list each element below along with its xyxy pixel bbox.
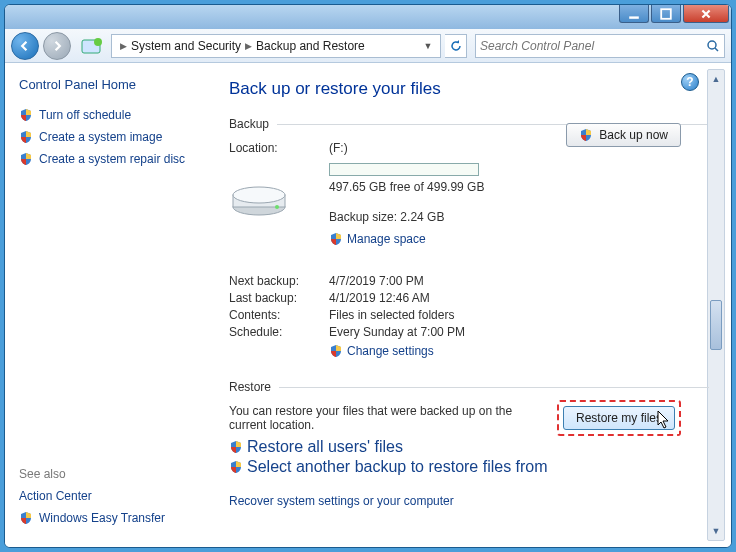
breadcrumb-dropdown[interactable]: ▼ [420,41,436,51]
svg-point-7 [233,187,285,203]
drive-icon [229,179,289,219]
shield-icon [19,152,33,166]
svg-point-3 [94,38,102,46]
space-progress [329,163,479,176]
svg-point-8 [275,205,279,209]
location-label: Location: [229,141,329,161]
last-backup-value: 4/1/2019 12:46 AM [329,291,430,305]
svg-rect-0 [629,16,639,18]
shield-icon [229,460,243,474]
restore-description: You can restore your files that were bac… [229,404,529,432]
main: ? ▲ ▼ Back up or restore your files Back… [219,63,731,547]
see-also-easy-transfer[interactable]: Windows Easy Transfer [19,511,165,525]
sidebar-link-label: Create a system image [39,130,162,144]
page-title: Back up or restore your files [229,79,709,99]
back-button[interactable] [11,32,39,60]
minimize-button[interactable] [619,5,649,23]
contents-label: Contents: [229,308,329,322]
restore-button-highlight: Restore my files [557,400,681,436]
breadcrumb[interactable]: ▶ System and Security ▶ Backup and Resto… [111,34,441,58]
shield-icon [229,440,243,454]
breadcrumb-seg-system[interactable]: System and Security [131,39,241,53]
schedule-label: Schedule: [229,325,329,339]
control-panel-icon [81,37,103,55]
button-label: Back up now [599,128,668,142]
see-also-action-center[interactable]: Action Center [4,489,165,503]
recover-link[interactable]: Recover system settings or your computer [229,494,709,508]
svg-rect-1 [661,9,671,19]
sidebar-link-turn-off[interactable]: Turn off schedule [19,108,205,122]
free-space: 497.65 GB free of 499.99 GB [329,180,709,200]
navbar: ▶ System and Security ▶ Backup and Resto… [5,29,731,63]
manage-space-link[interactable]: Manage space [347,232,426,246]
control-panel-home-link[interactable]: Control Panel Home [19,77,205,92]
scrollbar[interactable]: ▲ ▼ [707,69,725,541]
window: ▶ System and Security ▶ Backup and Resto… [4,4,732,548]
shield-icon [19,108,33,122]
select-another-link[interactable]: Select another backup to restore files f… [247,458,548,476]
scroll-up[interactable]: ▲ [708,70,724,88]
titlebar [5,5,731,29]
link-label: Action Center [19,489,92,503]
shield-icon [19,511,33,525]
change-settings-link[interactable]: Change settings [347,344,434,358]
next-backup-value: 4/7/2019 7:00 PM [329,274,424,288]
sidebar-link-label: Turn off schedule [39,108,131,122]
help-button[interactable]: ? [681,73,699,91]
contents-value: Files in selected folders [329,308,454,322]
backup-size: Backup size: 2.24 GB [329,210,709,230]
link-label: Windows Easy Transfer [39,511,165,525]
content: Control Panel Home Turn off schedule Cre… [5,63,731,547]
chevron-right-icon: ▶ [245,41,252,51]
restore-all-link[interactable]: Restore all users' files [247,438,403,456]
close-button[interactable] [683,5,729,23]
see-also: See also Action Center Windows Easy Tran… [19,467,165,533]
chevron-right-icon: ▶ [120,41,127,51]
last-backup-label: Last backup: [229,291,329,305]
search-icon [706,39,720,53]
shield-icon [329,232,343,246]
schedule-value: Every Sunday at 7:00 PM [329,325,465,339]
search-box[interactable] [475,34,725,58]
restore-header-label: Restore [229,380,271,394]
button-label: Restore my files [576,411,662,425]
sidebar: Control Panel Home Turn off schedule Cre… [5,63,219,547]
sidebar-link-repair-disc[interactable]: Create a system repair disc [19,152,205,166]
shield-icon [579,128,593,142]
scroll-down[interactable]: ▼ [708,522,724,540]
svg-point-4 [708,41,716,49]
sidebar-link-label: Create a system repair disc [39,152,185,166]
sidebar-link-create-image[interactable]: Create a system image [19,130,205,144]
scroll-thumb[interactable] [710,300,722,350]
backup-header-label: Backup [229,117,269,131]
next-backup-label: Next backup: [229,274,329,288]
shield-icon [329,344,343,358]
see-also-header: See also [19,467,165,481]
refresh-button[interactable] [445,34,467,58]
search-input[interactable] [480,39,706,53]
backup-now-button[interactable]: Back up now [566,123,681,147]
shield-icon [19,130,33,144]
maximize-button[interactable] [651,5,681,23]
forward-button[interactable] [43,32,71,60]
breadcrumb-seg-backup[interactable]: Backup and Restore [256,39,365,53]
restore-section-header: Restore [229,380,709,394]
restore-my-files-button[interactable]: Restore my files [563,406,675,430]
